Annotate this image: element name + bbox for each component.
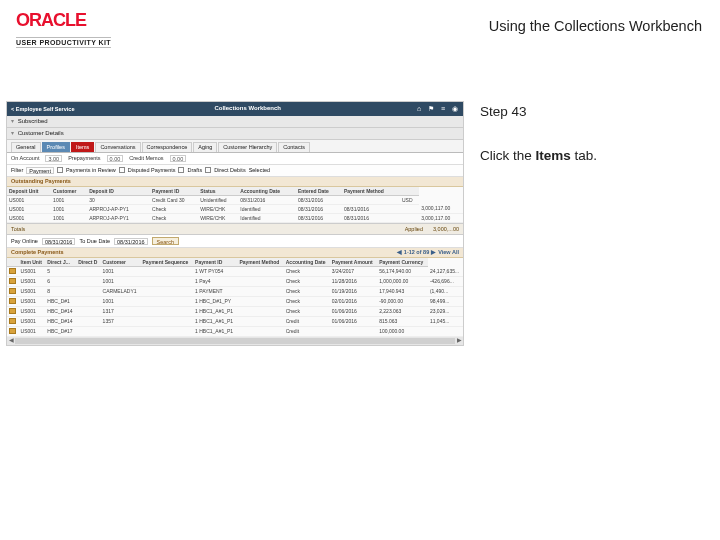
column-header[interactable]: Direct J... [45, 258, 76, 267]
pager-first-icon[interactable]: ◀ [397, 249, 402, 256]
table-cell [237, 286, 283, 296]
table-cell [7, 306, 19, 316]
row-icon [9, 318, 16, 324]
column-header[interactable]: Status [198, 187, 238, 196]
table-row[interactable]: US001HBC_D#1413571 HBC1_A#1_P1Credit01/0… [7, 316, 463, 326]
section-subscribed[interactable]: ▾ Subscribed [7, 116, 463, 128]
column-header[interactable]: Entered Date [296, 187, 342, 196]
tab-customer-hierarchy[interactable]: Customer Hierarchy [218, 142, 277, 152]
disputed-checkbox[interactable] [119, 167, 125, 173]
tab-items[interactable]: Items [71, 142, 94, 152]
table-cell: -90,000.00 [377, 296, 428, 306]
pager-text: 1-12 of 89 [404, 249, 429, 256]
table-cell: 1001 [101, 296, 141, 306]
instruction-bold: Items [536, 148, 571, 163]
table-cell: 3,000,117.00 [419, 204, 463, 213]
table-row[interactable]: US001100130Credit Card 30Unidentified08/… [7, 195, 463, 204]
table-cell: 24,127,635... [428, 266, 463, 276]
tab-correspondence[interactable]: Correspondence [142, 142, 193, 152]
column-header[interactable]: Payment Sequence [141, 258, 194, 267]
pager-next-icon[interactable]: ▶ [431, 249, 436, 256]
filter-select[interactable]: Payment [26, 167, 54, 174]
column-header[interactable]: Payment Method [237, 258, 283, 267]
totals-amount: 3,000,...00 [433, 226, 459, 233]
tab-aging[interactable]: Aging [193, 142, 217, 152]
table-cell [400, 213, 419, 222]
to-date-label: To Due Date [79, 238, 110, 245]
breadcrumb[interactable]: < Employee Self Service [11, 106, 74, 113]
table-row[interactable]: US001610011 Pay4Check11/28/20161,000,000… [7, 276, 463, 286]
table-row[interactable]: US001510011 WT PY054Check3/24/201756,174… [7, 266, 463, 276]
table-cell: 1 WT PY054 [193, 266, 237, 276]
tab-profiles[interactable]: Profiles [42, 142, 70, 152]
home-icon[interactable]: ⌂ [415, 105, 423, 113]
table-cell: 6 [45, 276, 76, 286]
row-icon [9, 328, 16, 334]
table-cell: 08/31/2016 [238, 195, 296, 204]
table-cell: 2,223.063 [377, 306, 428, 316]
table-cell [76, 316, 100, 326]
scroll-left-icon[interactable]: ◀ [7, 337, 15, 344]
table-row[interactable]: US001HBC_D#110011 HBC_D#1_PYCheck02/01/2… [7, 296, 463, 306]
table-cell: US001 [7, 195, 51, 204]
to-date-value[interactable]: 08/31/2016 [114, 238, 148, 245]
table-header-row: Item UnitDirect J...Direct DCustomerPaym… [7, 258, 463, 267]
table-cell: 01/06/2016 [330, 316, 377, 326]
alert-icon[interactable]: ◉ [451, 105, 459, 113]
tab-conversations[interactable]: Conversations [95, 142, 140, 152]
column-header[interactable]: Customer [51, 187, 87, 196]
column-header[interactable] [400, 187, 419, 196]
column-header[interactable]: Customer [101, 258, 141, 267]
table-row[interactable]: US0018CARMELADY11 PAYMENTCheck01/19/2016… [7, 286, 463, 296]
tab-general[interactable]: General [11, 142, 41, 152]
table-cell: HBC_D#1 [45, 296, 76, 306]
pay-online-date[interactable]: 08/31/2016 [42, 238, 76, 245]
table-cell: 02/01/2016 [330, 296, 377, 306]
payments-review-checkbox[interactable] [57, 167, 63, 173]
table-row[interactable]: US0011001ARPROJ-AP-PY1CheckWIRE/CHKIdent… [7, 204, 463, 213]
table-cell: 98,499... [428, 296, 463, 306]
column-header[interactable]: Item Unit [19, 258, 46, 267]
table-row[interactable]: US001HBC_D#1413171 HBC1_A#1_P1Check01/06… [7, 306, 463, 316]
instruction-text: Click the Items tab. [480, 147, 706, 165]
section-customer-details[interactable]: ▾ Customer Details [7, 128, 463, 140]
column-header[interactable]: Payment Currency [377, 258, 428, 267]
table-cell: 11,045... [428, 316, 463, 326]
column-header[interactable]: Deposit ID [87, 187, 145, 196]
table-cell: Check [150, 213, 198, 222]
drafts-checkbox[interactable] [178, 167, 184, 173]
column-header[interactable]: Payment Method [342, 187, 400, 196]
step-label: Step 43 [480, 104, 706, 119]
table-row[interactable]: US001HBC_D#171 HBC1_A#1_P1Credit100,000.… [7, 326, 463, 336]
horizontal-scrollbar[interactable]: ◀ ▶ [7, 337, 463, 345]
chevron-down-icon: ▾ [11, 118, 14, 124]
column-header[interactable]: Accounting Date [284, 258, 330, 267]
column-header[interactable]: Accounting Date [238, 187, 296, 196]
table-cell: 23,029... [428, 306, 463, 316]
menu-icon[interactable]: ≡ [439, 105, 447, 113]
table-cell [76, 266, 100, 276]
on-account-value: 3.00 [45, 155, 62, 162]
table-cell: 01/19/2016 [330, 286, 377, 296]
column-header[interactable] [7, 258, 19, 267]
table-row[interactable]: US0011001ARPROJ-AP-PY1CheckWIRE/CHKIdent… [7, 213, 463, 222]
pager-view-all[interactable]: View All [438, 249, 459, 256]
brand-logo: ORACLE [16, 10, 454, 31]
column-header[interactable]: Payment ID [150, 187, 198, 196]
table-cell: 01/06/2016 [330, 306, 377, 316]
flag-icon[interactable]: ⚑ [427, 105, 435, 113]
table-cell: US001 [19, 286, 46, 296]
scroll-track[interactable] [15, 338, 455, 344]
table-cell: 8 [45, 286, 76, 296]
table-cell: US001 [19, 306, 46, 316]
tab-contacts[interactable]: Contacts [278, 142, 310, 152]
column-header[interactable]: Direct D [76, 258, 100, 267]
direct-debits-checkbox[interactable] [205, 167, 211, 173]
column-header[interactable]: Payment Amount [330, 258, 377, 267]
scroll-right-icon[interactable]: ▶ [455, 337, 463, 344]
filter-toolbar: Filter Payment Payments in Review Disput… [7, 165, 463, 177]
column-header[interactable]: Payment ID [193, 258, 237, 267]
column-header[interactable]: Deposit Unit [7, 187, 51, 196]
search-button[interactable]: Search [152, 237, 179, 245]
table-cell: CARMELADY1 [101, 286, 141, 296]
